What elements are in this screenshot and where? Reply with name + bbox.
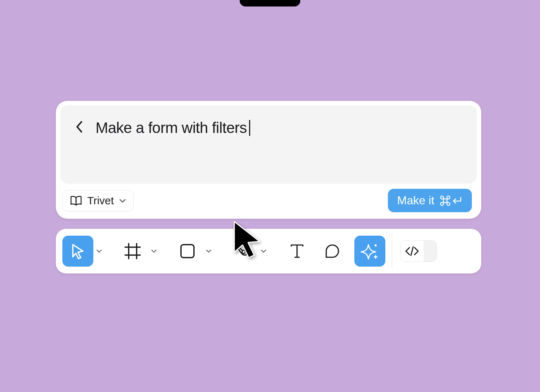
shape-tool-chevron[interactable] bbox=[204, 249, 214, 253]
toolbar bbox=[56, 229, 481, 273]
shape-tool-button[interactable] bbox=[172, 236, 203, 267]
svg-rect-4 bbox=[181, 245, 194, 258]
command-icon bbox=[440, 196, 450, 206]
shortcut-hint bbox=[440, 196, 462, 206]
make-it-label: Make it bbox=[397, 194, 434, 207]
text-tool-button[interactable] bbox=[282, 236, 313, 267]
frame-tool-chevron[interactable] bbox=[149, 249, 159, 253]
frame-tool-group bbox=[117, 236, 159, 267]
dev-code-button[interactable] bbox=[400, 241, 424, 262]
text-cursor bbox=[249, 120, 250, 136]
chevron-left-icon bbox=[75, 120, 83, 133]
library-selector[interactable]: Trivet bbox=[62, 190, 134, 211]
book-icon bbox=[70, 195, 82, 206]
prompt-panel: Make a form with filters Trivet Make it bbox=[56, 101, 481, 219]
make-it-button[interactable]: Make it bbox=[388, 189, 472, 212]
prompt-input-area[interactable]: Make a form with filters bbox=[60, 105, 477, 184]
ai-tool-button[interactable] bbox=[354, 236, 385, 267]
pen-tool-group bbox=[227, 236, 269, 267]
chevron-down-icon bbox=[119, 198, 126, 203]
chevron-down-icon bbox=[151, 249, 157, 253]
prompt-text[interactable]: Make a form with filters bbox=[96, 119, 250, 137]
chevron-down-icon bbox=[206, 249, 212, 253]
prompt-text-value: Make a form with filters bbox=[96, 119, 247, 137]
code-icon bbox=[404, 246, 420, 257]
frame-tool-button[interactable] bbox=[117, 236, 148, 267]
enter-icon bbox=[452, 196, 462, 205]
pen-tool-button[interactable] bbox=[227, 236, 258, 267]
library-label: Trivet bbox=[87, 195, 114, 207]
comment-tool-button[interactable] bbox=[317, 236, 348, 267]
cursor-icon bbox=[70, 242, 86, 260]
back-button[interactable] bbox=[75, 119, 83, 133]
prompt-footer: Trivet Make it bbox=[60, 184, 477, 214]
toolbar-divider bbox=[392, 234, 392, 268]
move-tool-button[interactable] bbox=[62, 236, 93, 267]
comment-icon bbox=[323, 242, 341, 260]
frame-icon bbox=[124, 242, 142, 260]
pen-icon bbox=[233, 242, 252, 260]
rectangle-icon bbox=[178, 242, 196, 260]
chevron-down-icon bbox=[96, 249, 102, 253]
dev-toggle-secondary[interactable] bbox=[424, 241, 437, 262]
text-icon bbox=[288, 242, 306, 260]
move-tool-group bbox=[62, 236, 104, 267]
camera-notch bbox=[240, 0, 300, 6]
chevron-down-icon bbox=[261, 249, 266, 253]
svg-point-7 bbox=[375, 244, 377, 246]
move-tool-chevron[interactable] bbox=[94, 249, 104, 253]
dev-mode-toggle[interactable] bbox=[400, 240, 437, 262]
shape-tool-group bbox=[172, 236, 214, 267]
sparkle-icon bbox=[360, 242, 379, 260]
pen-tool-chevron[interactable] bbox=[258, 249, 269, 253]
